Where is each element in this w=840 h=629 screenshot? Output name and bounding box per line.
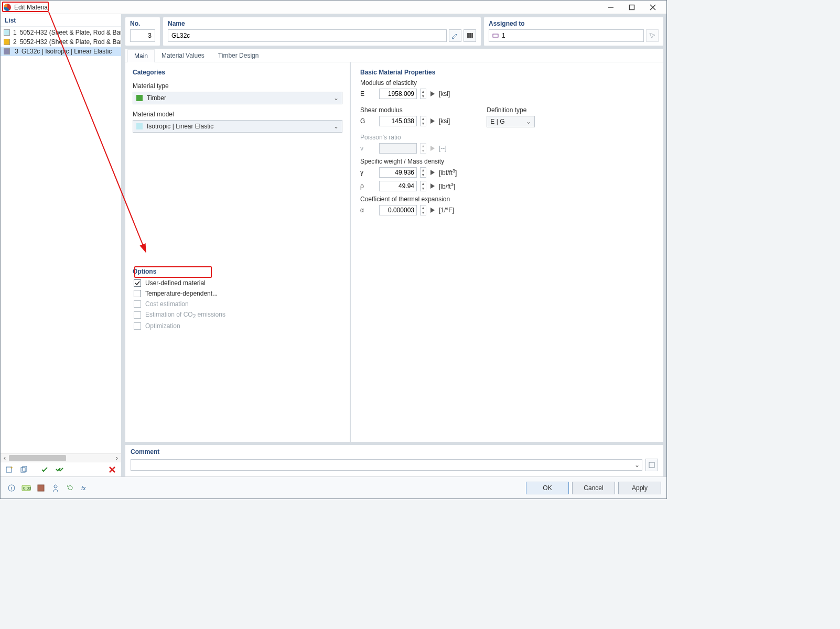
pick-icon[interactable] (646, 29, 659, 42)
close-button[interactable] (642, 1, 663, 14)
color-swatch (4, 39, 10, 45)
model-swatch (136, 123, 143, 129)
include-icon[interactable] (39, 464, 51, 475)
no-input[interactable] (130, 29, 155, 42)
include-all-icon[interactable] (54, 464, 66, 475)
gamma-input[interactable] (379, 167, 417, 178)
temperature-checkbox-row[interactable]: Temperature-dependent... (133, 289, 342, 299)
e-input[interactable] (379, 89, 417, 99)
checkbox-disabled-icon (134, 300, 141, 308)
library-icon[interactable] (464, 29, 476, 42)
units-icon[interactable]: 0,00 (20, 482, 32, 494)
tab-main[interactable]: Main (127, 49, 155, 62)
scroll-right-icon[interactable]: › (113, 454, 121, 462)
tab-material-values[interactable]: Material Values (155, 49, 211, 62)
gamma-symbol: γ (360, 169, 368, 176)
density-label: Specific weight / Mass density (360, 158, 656, 165)
sidebar-toolbar (1, 462, 121, 476)
play-icon[interactable] (429, 183, 436, 189)
sidebar-title: List (1, 14, 121, 27)
expert-icon[interactable] (50, 482, 61, 494)
delete-icon[interactable] (106, 464, 118, 475)
reset-icon[interactable] (64, 482, 76, 494)
member-icon (492, 32, 499, 39)
minimize-button[interactable] (600, 1, 621, 14)
svg-rect-8 (469, 33, 471, 38)
alpha-input[interactable] (379, 205, 417, 215)
apply-button[interactable]: Apply (618, 482, 661, 494)
copy-item-icon[interactable] (18, 464, 30, 475)
checkbox-disabled-icon (134, 311, 141, 319)
svg-rect-5 (21, 468, 25, 472)
maximize-button[interactable] (621, 1, 642, 14)
rho-unit: [lb/ft3] (439, 182, 455, 190)
play-icon[interactable] (429, 207, 436, 213)
chevron-down-icon: ⌄ (333, 123, 339, 130)
name-field: Name (163, 17, 481, 46)
svg-text:fx: fx (81, 485, 86, 491)
play-icon[interactable] (429, 118, 436, 124)
dialog-footer: 0,00 fx OK Cancel Apply (1, 476, 666, 498)
function-icon[interactable]: fx (79, 482, 91, 494)
assigned-value: 1 (502, 32, 505, 39)
new-item-icon[interactable] (4, 464, 15, 475)
shear-label: Shear modulus (360, 106, 450, 114)
material-model-select[interactable]: Isotropic | Linear Elastic ⌄ (133, 120, 342, 133)
rho-symbol: ρ (360, 182, 368, 190)
comment-input[interactable]: ⌄ (131, 459, 642, 471)
list-item[interactable]: 2 5052-H32 (Sheet & Plate, Rod & Bar) | … (1, 37, 121, 47)
stepper[interactable]: ▲▼ (420, 181, 426, 191)
scroll-thumb[interactable] (9, 455, 66, 461)
co2-label: Estimation of CO2 emissions (145, 311, 225, 319)
list-item-label: GL32c | Isotropic | Linear Elastic (21, 48, 112, 55)
titlebar: Edit Material (1, 1, 666, 14)
play-icon[interactable] (429, 169, 436, 176)
material-model-value: Isotropic | Linear Elastic (147, 123, 329, 130)
color-icon[interactable] (35, 482, 47, 494)
stepper[interactable]: ▲▼ (420, 89, 426, 99)
horizontal-scrollbar[interactable]: ‹ › (1, 453, 121, 462)
assigned-label: Assigned to (489, 20, 659, 27)
list-item-selected[interactable]: 3 GL32c | Isotropic | Linear Elastic (1, 47, 121, 56)
app-icon (4, 4, 11, 11)
rho-input[interactable] (379, 181, 417, 191)
checkbox-checked-icon[interactable] (134, 279, 141, 287)
svg-rect-9 (471, 33, 473, 38)
edit-name-icon[interactable] (449, 29, 461, 42)
v-symbol: ν (360, 145, 368, 152)
play-icon[interactable] (429, 91, 436, 97)
cancel-button[interactable]: Cancel (572, 482, 615, 494)
checkbox-icon[interactable] (134, 290, 141, 297)
assigned-field: Assigned to 1 (484, 17, 663, 46)
list-item-label: 5052-H32 (Sheet & Plate, Rod & Bar) | Is… (20, 38, 121, 46)
comment-edit-icon[interactable] (645, 459, 658, 471)
color-swatch (4, 29, 10, 36)
stepper[interactable]: ▲▼ (420, 116, 426, 126)
user-defined-checkbox-row[interactable]: User-defined material (133, 278, 342, 289)
v-unit: [--] (439, 145, 447, 152)
basic-title: Basic Material Properties (360, 69, 656, 76)
v-input (379, 143, 417, 154)
alpha-symbol: α (360, 207, 368, 214)
material-type-label: Material type (133, 82, 342, 90)
checkbox-disabled-icon (134, 322, 141, 330)
tab-timber-design[interactable]: Timber Design (211, 49, 266, 62)
material-list[interactable]: 1 5052-H32 (Sheet & Plate, Rod & Bar) | … (1, 27, 121, 453)
list-item-index: 1 (13, 29, 17, 36)
categories-pane: Categories Material type Timber ⌄ Materi… (125, 62, 351, 442)
g-input[interactable] (379, 116, 417, 126)
svg-rect-10 (493, 34, 498, 37)
help-icon[interactable] (6, 482, 17, 494)
list-item[interactable]: 1 5052-H32 (Sheet & Plate, Rod & Bar) | … (1, 28, 121, 37)
name-input[interactable] (168, 29, 447, 42)
stepper[interactable]: ▲▼ (420, 205, 426, 215)
definition-type-value: E | G (490, 118, 504, 125)
scroll-left-icon[interactable]: ‹ (1, 454, 9, 462)
svg-rect-15 (38, 485, 44, 491)
user-defined-label: User-defined material (145, 279, 206, 287)
definition-type-select[interactable]: E | G ⌄ (487, 116, 535, 127)
material-type-select[interactable]: Timber ⌄ (133, 92, 342, 104)
stepper[interactable]: ▲▼ (420, 167, 426, 178)
assigned-input[interactable]: 1 (489, 29, 644, 42)
ok-button[interactable]: OK (526, 482, 569, 494)
